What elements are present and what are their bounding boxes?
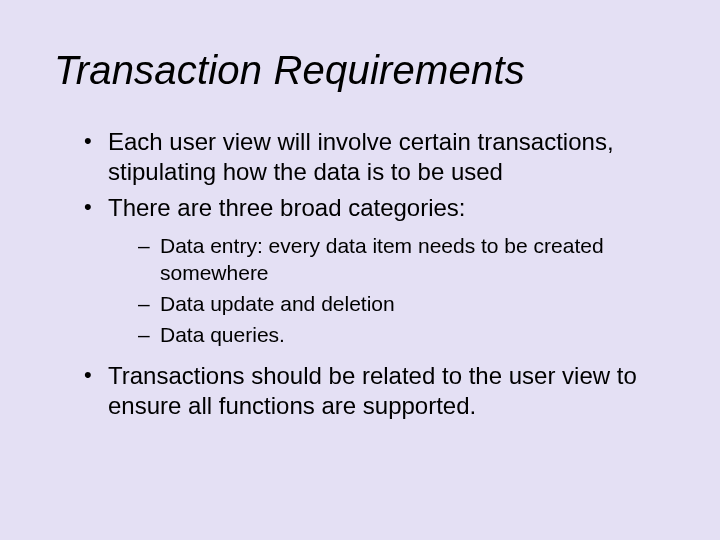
slide: Transaction Requirements Each user view … xyxy=(0,0,720,540)
slide-title: Transaction Requirements xyxy=(54,48,666,93)
sub-bullet-item: Data queries. xyxy=(138,322,666,349)
sub-bullet-text: Data update and deletion xyxy=(160,292,395,315)
sub-bullet-text: Data queries. xyxy=(160,323,285,346)
sub-bullet-item: Data update and deletion xyxy=(138,291,666,318)
bullet-item: Each user view will involve certain tran… xyxy=(84,127,666,187)
bullet-list: Each user view will involve certain tran… xyxy=(54,127,666,421)
bullet-text: Transactions should be related to the us… xyxy=(108,362,637,419)
sub-bullet-item: Data entry: every data item needs to be … xyxy=(138,233,666,287)
bullet-text: Each user view will involve certain tran… xyxy=(108,128,614,185)
bullet-text: There are three broad categories: xyxy=(108,194,466,221)
sub-bullet-list: Data entry: every data item needs to be … xyxy=(108,233,666,349)
bullet-item: There are three broad categories: Data e… xyxy=(84,193,666,349)
sub-bullet-text: Data entry: every data item needs to be … xyxy=(160,234,604,284)
bullet-item: Transactions should be related to the us… xyxy=(84,361,666,421)
